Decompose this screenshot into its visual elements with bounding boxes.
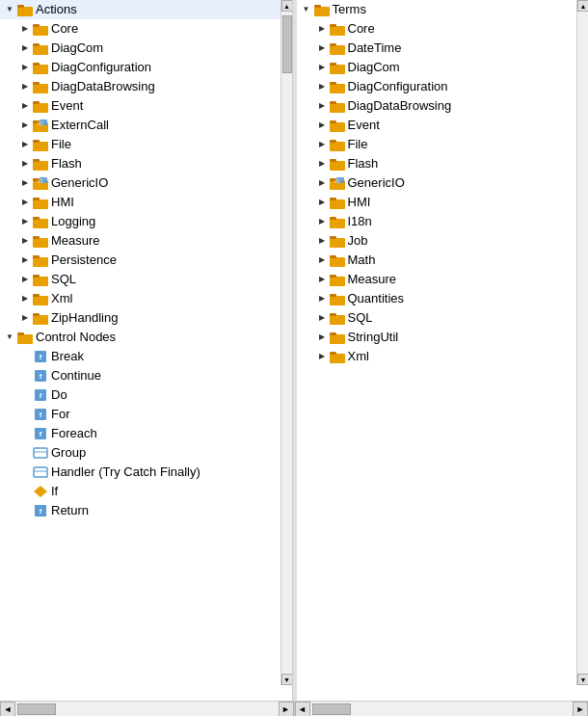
left-hscroll-track[interactable] — [15, 702, 279, 717]
tree-item-logging[interactable]: Logging — [0, 212, 281, 231]
tree-item-t-sql[interactable]: SQL — [297, 308, 577, 328]
expand-icon-t-quantities[interactable] — [314, 291, 330, 306]
tree-item-t-genericio[interactable]: IO GenericIO — [297, 173, 577, 193]
right-hscroll-track[interactable] — [310, 702, 574, 717]
tree-item-diagcom[interactable]: DiagCom — [0, 39, 281, 58]
expand-icon-actions-root[interactable] — [2, 2, 17, 17]
right-hscroll-left[interactable]: ◄ — [295, 702, 310, 717]
right-hscroll-right[interactable]: ► — [573, 702, 588, 717]
tree-item-control-nodes[interactable]: Control Nodes — [0, 328, 281, 347]
expand-icon-flash[interactable] — [17, 156, 33, 172]
tree-item-t-hmi[interactable]: HMI — [297, 193, 577, 212]
tree-item-diagdatabrowsing[interactable]: DiagDataBrowsing — [0, 77, 281, 96]
expand-icon-t-file[interactable] — [314, 137, 330, 152]
expand-icon-genericio[interactable] — [17, 175, 33, 191]
tree-item-do[interactable]: f Do — [0, 385, 281, 405]
tree-item-measure[interactable]: Measure — [0, 231, 281, 251]
expand-icon-diagcom[interactable] — [17, 40, 33, 56]
tree-item-t-flash[interactable]: Flash — [297, 154, 577, 173]
expand-icon-t-diagdatabrowsing[interactable] — [314, 98, 330, 114]
expand-icon-t-datetime[interactable] — [314, 40, 330, 56]
expand-icon-diagdatabrowsing[interactable] — [17, 79, 33, 94]
left-hscroll-right[interactable]: ► — [279, 702, 294, 717]
tree-item-file[interactable]: File — [0, 135, 281, 154]
left-hscroll-thumb[interactable] — [17, 703, 56, 715]
left-scroll-thumb[interactable] — [282, 15, 292, 73]
tree-item-xml[interactable]: Xml — [0, 289, 281, 308]
expand-icon-ziphandling[interactable] — [17, 310, 33, 326]
expand-icon-externcall[interactable] — [17, 118, 33, 133]
expand-icon-t-event[interactable] — [314, 118, 330, 133]
tree-item-group[interactable]: Group — [0, 443, 281, 463]
tree-item-ziphandling[interactable]: ZipHandling — [0, 308, 281, 328]
expand-icon-t-genericio[interactable] — [314, 175, 330, 191]
tree-item-t-quantities[interactable]: Quantities — [297, 289, 577, 308]
tree-item-t-xml[interactable]: Xml — [297, 347, 577, 366]
expand-icon-control-nodes[interactable] — [2, 330, 17, 345]
tree-item-terms-root[interactable]: Terms — [297, 0, 577, 19]
tree-item-core[interactable]: Core — [0, 19, 281, 39]
left-vscrollbar[interactable]: ▲ ▼ — [281, 0, 292, 685]
expand-icon-t-i18n[interactable] — [314, 214, 330, 229]
tree-item-diagconfiguration[interactable]: DiagConfiguration — [0, 58, 281, 77]
tree-item-return[interactable]: f Return — [0, 501, 281, 520]
expand-icon-measure[interactable] — [17, 233, 33, 249]
tree-item-t-job[interactable]: Job — [297, 231, 577, 251]
left-hscroll-left[interactable]: ◄ — [0, 702, 15, 717]
tree-item-handler[interactable]: Handler (Try Catch Finally) — [0, 463, 281, 482]
tree-item-externcall[interactable]: IO ExternCall — [0, 116, 281, 135]
expand-icon-t-sql[interactable] — [314, 310, 330, 326]
left-hscrollbar[interactable]: ◄ ► — [0, 702, 295, 716]
tree-item-break[interactable]: f Break — [0, 347, 281, 366]
expand-icon-t-xml[interactable] — [314, 349, 330, 364]
tree-item-t-core[interactable]: Core — [297, 19, 577, 39]
right-scroll-down[interactable]: ▼ — [577, 674, 588, 685]
tree-item-hmi[interactable]: HMI — [0, 193, 281, 212]
tree-item-t-i18n[interactable]: I18n — [297, 212, 577, 231]
expand-icon-t-stringutil[interactable] — [314, 330, 330, 345]
tree-item-foreach[interactable]: f Foreach — [0, 424, 281, 443]
left-scroll-up[interactable]: ▲ — [281, 0, 293, 12]
right-vscrollbar[interactable]: ▲ ▼ — [576, 0, 588, 685]
expand-icon-logging[interactable] — [17, 214, 33, 229]
expand-icon-hmi[interactable] — [17, 195, 33, 210]
tree-item-t-stringutil[interactable]: StringUtil — [297, 328, 577, 347]
expand-icon-t-hmi[interactable] — [314, 195, 330, 210]
tree-item-continue[interactable]: f Continue — [0, 366, 281, 385]
expand-icon-t-job[interactable] — [314, 233, 330, 249]
expand-icon-file[interactable] — [17, 137, 33, 152]
right-scroll-up[interactable]: ▲ — [577, 0, 588, 12]
right-tree[interactable]: Terms Core DateTime DiagCom DiagConfigur… — [297, 0, 589, 701]
tree-item-t-measure[interactable]: Measure — [297, 270, 577, 289]
tree-item-genericio[interactable]: IO GenericIO — [0, 173, 281, 193]
expand-icon-t-core[interactable] — [314, 21, 330, 37]
tree-item-t-diagconfiguration[interactable]: DiagConfiguration — [297, 77, 577, 96]
tree-item-t-file[interactable]: File — [297, 135, 577, 154]
tree-item-t-datetime[interactable]: DateTime — [297, 39, 577, 58]
right-hscrollbar[interactable]: ◄ ► — [295, 702, 589, 716]
tree-item-t-diagcom[interactable]: DiagCom — [297, 58, 577, 77]
expand-icon-t-diagcom[interactable] — [314, 60, 330, 75]
tree-item-event[interactable]: Event — [0, 96, 281, 116]
tree-item-if[interactable]: If — [0, 482, 281, 501]
expand-icon-t-diagconfiguration[interactable] — [314, 79, 330, 94]
tree-item-actions-root[interactable]: Actions — [0, 0, 281, 19]
left-scroll-down[interactable]: ▼ — [281, 674, 293, 685]
expand-icon-t-flash[interactable] — [314, 156, 330, 172]
expand-icon-terms-root[interactable] — [299, 2, 314, 17]
expand-icon-event[interactable] — [17, 98, 33, 114]
left-scroll-track[interactable] — [281, 12, 292, 674]
expand-icon-diagconfiguration[interactable] — [17, 60, 33, 75]
tree-item-flash[interactable]: Flash — [0, 154, 281, 173]
expand-icon-sql[interactable] — [17, 272, 33, 287]
expand-icon-persistence[interactable] — [17, 252, 33, 268]
expand-icon-xml[interactable] — [17, 291, 33, 306]
expand-icon-t-measure[interactable] — [314, 272, 330, 287]
tree-item-t-diagdatabrowsing[interactable]: DiagDataBrowsing — [297, 96, 577, 116]
right-hscroll-thumb[interactable] — [312, 703, 351, 715]
tree-item-t-math[interactable]: Math — [297, 251, 577, 270]
expand-icon-core[interactable] — [17, 21, 33, 37]
tree-item-sql[interactable]: SQL — [0, 270, 281, 289]
tree-item-for[interactable]: f For — [0, 405, 281, 424]
right-scroll-track[interactable] — [577, 12, 588, 674]
